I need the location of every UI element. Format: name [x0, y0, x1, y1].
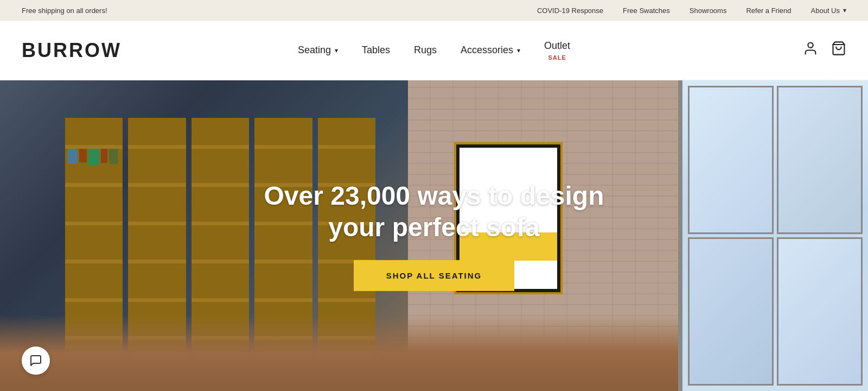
chat-icon — [29, 354, 42, 367]
shop-all-seating-button[interactable]: SHOP ALL SEATING — [354, 260, 514, 291]
nav-rugs[interactable]: Rugs — [414, 45, 437, 56]
top-banner-links: COVID-19 Response Free Swatches Showroom… — [537, 7, 846, 15]
svg-point-0 — [808, 43, 813, 48]
hero-content: Over 23,000 ways to design your perfect … — [244, 180, 624, 291]
cart-icon[interactable] — [831, 41, 846, 60]
hero-section: Over 23,000 ways to design your perfect … — [0, 80, 868, 391]
covid-link[interactable]: COVID-19 Response — [537, 7, 603, 15]
swatches-link[interactable]: Free Swatches — [623, 7, 670, 15]
sofa-left — [0, 315, 408, 391]
window-panes — [678, 80, 868, 391]
main-nav: BURROW Seating ▾ Tables Rugs Accessories… — [0, 21, 868, 80]
shipping-notice: Free shipping on all orders! — [22, 7, 107, 15]
logo[interactable]: BURROW — [22, 39, 122, 62]
nav-links: Seating ▾ Tables Rugs Accessories ▾ Outl… — [298, 40, 570, 61]
hero-title: Over 23,000 ways to design your perfect … — [244, 180, 624, 243]
nav-seating[interactable]: Seating ▾ — [298, 45, 338, 56]
sofa-right — [408, 315, 678, 391]
refer-link[interactable]: Refer a Friend — [746, 7, 791, 15]
chat-button[interactable] — [22, 346, 50, 375]
accessories-chevron-icon: ▾ — [517, 47, 520, 54]
window-area — [678, 80, 868, 391]
sale-badge: SALE — [548, 54, 566, 61]
nav-accessories[interactable]: Accessories ▾ — [461, 45, 520, 56]
shelf-books-row1 — [68, 149, 118, 165]
seating-chevron-icon: ▾ — [335, 47, 338, 54]
about-chevron-icon: ▾ — [843, 7, 846, 14]
nav-icons — [803, 41, 846, 60]
account-icon[interactable] — [803, 41, 818, 60]
nav-outlet[interactable]: Outlet SALE — [544, 40, 570, 61]
showrooms-link[interactable]: Showrooms — [690, 7, 727, 15]
nav-tables[interactable]: Tables — [362, 45, 390, 56]
about-us-link[interactable]: About Us ▾ — [811, 7, 846, 15]
top-banner: Free shipping on all orders! COVID-19 Re… — [0, 0, 868, 21]
